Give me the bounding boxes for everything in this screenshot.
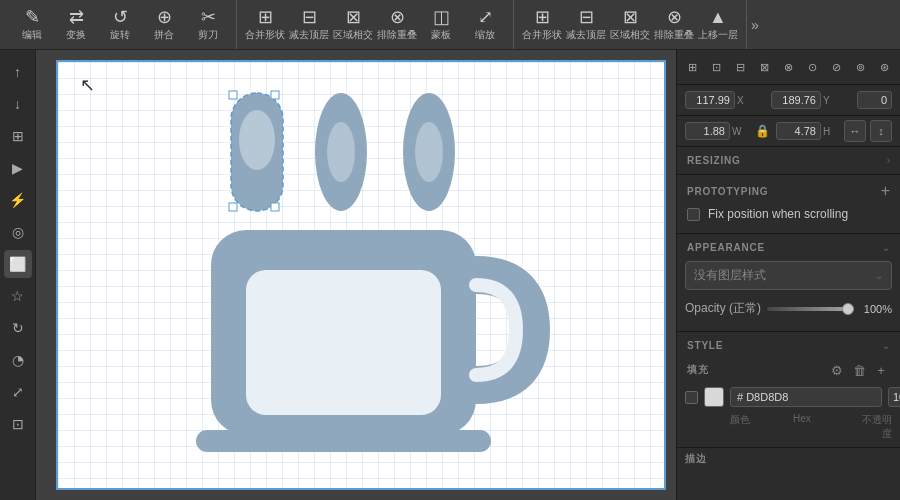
fill-row xyxy=(677,383,900,411)
tool-merge-shapes2-label: 合并形状 xyxy=(522,28,562,42)
left-tool-image[interactable]: ⊡ xyxy=(4,410,32,438)
tool-exclude-label: 排除重叠 xyxy=(377,28,417,42)
width-input[interactable] xyxy=(685,122,730,140)
mask-icon: ◫ xyxy=(433,8,450,26)
opacity-value: 100% xyxy=(860,303,892,315)
tool-merge-shapes[interactable]: ⊞ 合并形状 xyxy=(243,3,287,47)
tool-move-up[interactable]: ▲ 上移一层 xyxy=(696,3,740,47)
tool-exclude[interactable]: ⊗ 排除重叠 xyxy=(375,3,419,47)
prototyping-add-icon[interactable]: + xyxy=(881,183,890,199)
tool-exclude2[interactable]: ⊗ 排除重叠 xyxy=(652,3,696,47)
main-area: ↑ ↓ ⊞ ▶ ⚡ ◎ ⬜ ☆ ↻ ◔ ⤢ ⊡ xyxy=(0,50,900,500)
toolbar-more-button[interactable]: » xyxy=(747,17,763,33)
steam-2-highlight xyxy=(327,122,355,182)
tool-subtract2[interactable]: ⊟ 减去顶层 xyxy=(564,3,608,47)
desc-row: 描边 xyxy=(677,447,900,470)
tool-merge-shapes2[interactable]: ⊞ 合并形状 xyxy=(520,3,564,47)
layer-style-row[interactable]: 没有图层样式 ⌄ xyxy=(685,261,892,290)
height-input[interactable] xyxy=(776,122,821,140)
tool-intersect2[interactable]: ⊠ 区域相交 xyxy=(608,3,652,47)
fix-position-checkbox[interactable] xyxy=(687,208,700,221)
fill-col-color: 颜色 xyxy=(730,413,787,441)
tool-merge-shapes-label: 合并形状 xyxy=(245,28,285,42)
panel-icon-distribute-v[interactable]: ⊚ xyxy=(849,56,871,78)
fill-col-hex: Hex xyxy=(793,413,850,441)
fill-hex-input[interactable] xyxy=(730,387,882,407)
fill-settings-button[interactable]: ⚙ xyxy=(828,361,846,379)
merge-shapes-icon: ⊞ xyxy=(258,8,273,26)
left-tool-resize[interactable]: ⤢ xyxy=(4,378,32,406)
panel-icon-distribute-h[interactable]: ⊘ xyxy=(825,56,847,78)
left-tool-download[interactable]: ↓ xyxy=(4,90,32,118)
x-input[interactable] xyxy=(685,91,735,109)
fill-add-button[interactable]: + xyxy=(872,361,890,379)
appearance-header[interactable]: APPEARANCE ⌄ xyxy=(677,234,900,257)
fill-color-swatch[interactable] xyxy=(704,387,724,407)
canvas-area[interactable]: ↖ xyxy=(36,50,676,500)
tool-mask[interactable]: ◫ 蒙板 xyxy=(419,3,463,47)
prototyping-title: PROTOTYPING xyxy=(687,186,768,197)
left-tool-upload[interactable]: ↑ xyxy=(4,58,32,86)
left-tool-play[interactable]: ▶ xyxy=(4,154,32,182)
lock-icon[interactable]: 🔒 xyxy=(753,124,772,138)
panel-icon-more[interactable]: ⊛ xyxy=(873,56,895,78)
prototyping-header[interactable]: PROTOTYPING + xyxy=(677,175,900,203)
tool-scissors[interactable]: ✂ 剪刀 xyxy=(186,3,230,47)
svg-rect-2 xyxy=(271,91,279,99)
y-input[interactable] xyxy=(771,91,821,109)
resizing-header[interactable]: RESIZING › xyxy=(677,147,900,170)
style-section: STYLE ⌄ 填充 ⚙ 🗑 + 颜色 xyxy=(677,332,900,478)
tool-transform[interactable]: ⇄ 变换 xyxy=(54,3,98,47)
x-coord-group: X xyxy=(685,91,767,109)
style-header[interactable]: STYLE ⌄ xyxy=(677,332,900,355)
appearance-title: APPEARANCE xyxy=(687,242,765,253)
h-group: H xyxy=(776,122,840,140)
tool-rotate[interactable]: ↺ 旋转 xyxy=(98,3,142,47)
opacity-slider-wrap[interactable] xyxy=(767,302,854,316)
r-input[interactable] xyxy=(857,91,892,109)
rotate-icon: ↺ xyxy=(113,8,128,26)
tool-combine-label: 拼合 xyxy=(154,28,174,42)
toolbar: ✎ 编辑 ⇄ 变换 ↺ 旋转 ⊕ 拼合 ✂ 剪刀 ⊞ 合并形状 ⊟ 减去顶层 ⊠ xyxy=(0,0,900,50)
panel-icon-align-middle[interactable]: ⊗ xyxy=(777,56,799,78)
tool-edit[interactable]: ✎ 编辑 xyxy=(10,3,54,47)
opacity-label: Opacity (正常) xyxy=(685,300,761,317)
fill-delete-button[interactable]: 🗑 xyxy=(850,361,868,379)
right-panel: ⊞ ⊡ ⊟ ⊠ ⊗ ⊙ ⊘ ⊚ ⊛ X Y W xyxy=(676,50,900,500)
transform-icon: ⇄ xyxy=(69,8,84,26)
panel-icon-align-top[interactable]: ⊠ xyxy=(753,56,775,78)
left-tool-star[interactable]: ☆ xyxy=(4,282,32,310)
left-tool-grid[interactable]: ⊞ xyxy=(4,122,32,150)
tool-mask-label: 蒙板 xyxy=(431,28,451,42)
svg-point-5 xyxy=(239,110,275,170)
panel-icon-align-left[interactable]: ⊞ xyxy=(681,56,703,78)
tool-intersect[interactable]: ⊠ 区域相交 xyxy=(331,3,375,47)
flip-v-button[interactable]: ↕ xyxy=(870,120,892,142)
panel-icon-align-right[interactable]: ⊟ xyxy=(729,56,751,78)
subtract-icon: ⊟ xyxy=(302,8,317,26)
fill-labels: 颜色 Hex 不透明度 xyxy=(677,411,900,443)
toolbar-group-shape-ops: ⊞ 合并形状 ⊟ 减去顶层 ⊠ 区域相交 ⊗ 排除重叠 ◫ 蒙板 ⤢ 缩放 xyxy=(237,0,514,49)
opacity-thumb xyxy=(842,303,854,315)
flip-h-button[interactable]: ↔ xyxy=(844,120,866,142)
canvas-frame: ↖ xyxy=(56,60,666,490)
left-tool-square[interactable]: ⬜ xyxy=(4,250,32,278)
exclude2-icon: ⊗ xyxy=(667,8,682,26)
fix-position-row: Fix position when scrolling xyxy=(677,203,900,225)
fill-visible-checkbox[interactable] xyxy=(685,391,698,404)
opacity-track xyxy=(767,307,854,311)
left-tool-circle[interactable]: ◎ xyxy=(4,218,32,246)
fill-opacity-input[interactable] xyxy=(888,387,900,407)
tool-combine[interactable]: ⊕ 拼合 xyxy=(142,3,186,47)
appearance-section: APPEARANCE ⌄ 没有图层样式 ⌄ Opacity (正常) 100% xyxy=(677,234,900,332)
tool-subtract-label: 减去顶层 xyxy=(289,28,329,42)
tool-subtract[interactable]: ⊟ 减去顶层 xyxy=(287,3,331,47)
left-tool-refresh[interactable]: ↻ xyxy=(4,314,32,342)
style-title: STYLE xyxy=(687,340,723,351)
panel-icon-align-center[interactable]: ⊡ xyxy=(705,56,727,78)
tool-scale[interactable]: ⤢ 缩放 xyxy=(463,3,507,47)
panel-icon-align-bottom[interactable]: ⊙ xyxy=(801,56,823,78)
left-tool-lightning[interactable]: ⚡ xyxy=(4,186,32,214)
left-tool-pie[interactable]: ◔ xyxy=(4,346,32,374)
edit-icon: ✎ xyxy=(25,8,40,26)
